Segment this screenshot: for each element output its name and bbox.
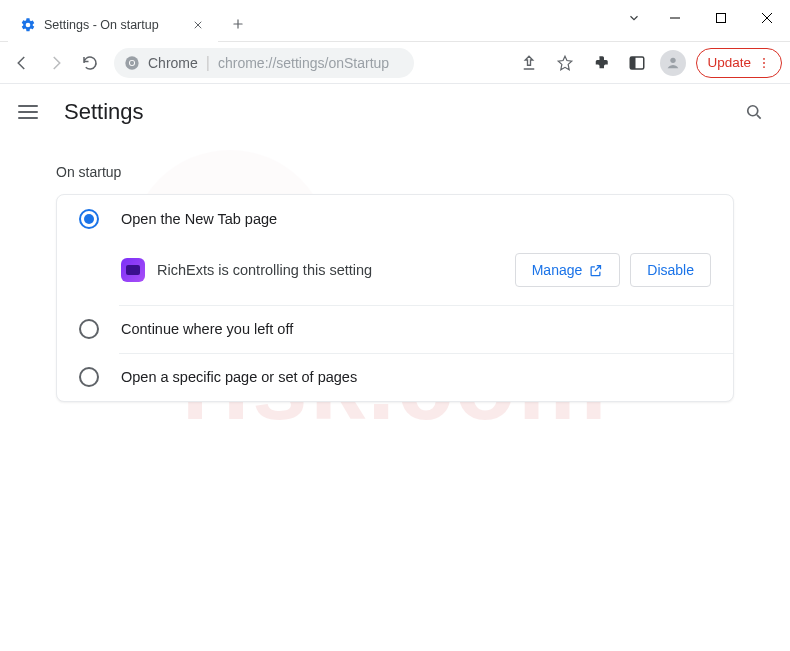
svg-point-8 xyxy=(763,62,765,64)
svg-rect-0 xyxy=(717,14,726,23)
update-label: Update xyxy=(707,55,751,70)
option-continue[interactable]: Continue where you left off xyxy=(57,305,733,353)
bookmark-star-icon[interactable] xyxy=(550,48,580,78)
address-bar[interactable]: Chrome | chrome://settings/onStartup xyxy=(114,48,414,78)
radio-icon[interactable] xyxy=(79,367,99,387)
extensions-icon[interactable] xyxy=(586,48,616,78)
disable-button[interactable]: Disable xyxy=(630,253,711,287)
forward-button[interactable] xyxy=(42,49,70,77)
profile-avatar[interactable] xyxy=(658,48,688,78)
option-new-tab[interactable]: Open the New Tab page xyxy=(57,195,733,243)
section-heading: On startup xyxy=(56,164,734,180)
share-icon[interactable] xyxy=(514,48,544,78)
svg-point-10 xyxy=(748,106,758,116)
browser-tab[interactable]: Settings - On startup xyxy=(8,8,218,42)
more-menu-icon xyxy=(757,56,771,70)
svg-point-9 xyxy=(763,66,765,68)
new-tab-button[interactable] xyxy=(224,10,252,38)
tab-title: Settings - On startup xyxy=(44,18,182,32)
option-specific-pages[interactable]: Open a specific page or set of pages xyxy=(57,353,733,401)
extension-app-icon xyxy=(121,258,145,282)
close-tab-icon[interactable] xyxy=(190,17,206,33)
reload-button[interactable] xyxy=(76,49,104,77)
gear-icon xyxy=(20,17,36,33)
external-link-icon xyxy=(588,263,603,278)
startup-card: Open the New Tab page RichExts is contro… xyxy=(56,194,734,402)
url-chip: Chrome xyxy=(148,55,198,71)
disable-label: Disable xyxy=(647,262,694,278)
browser-toolbar: Chrome | chrome://settings/onStartup Upd… xyxy=(0,42,790,84)
settings-content: On startup Open the New Tab page RichExt… xyxy=(0,140,790,426)
url-text: chrome://settings/onStartup xyxy=(218,55,389,71)
radio-selected-icon[interactable] xyxy=(79,209,99,229)
window-maximize-button[interactable] xyxy=(698,0,744,36)
radio-icon[interactable] xyxy=(79,319,99,339)
option-label: Open the New Tab page xyxy=(121,211,277,227)
chrome-icon xyxy=(124,55,140,71)
manage-label: Manage xyxy=(532,262,583,278)
tab-search-icon[interactable] xyxy=(616,0,652,36)
window-titlebar: Settings - On startup xyxy=(0,0,790,42)
sidepanel-icon[interactable] xyxy=(622,48,652,78)
page-title: Settings xyxy=(64,99,144,125)
svg-point-3 xyxy=(130,60,134,64)
back-button[interactable] xyxy=(8,49,36,77)
update-button[interactable]: Update xyxy=(696,48,782,78)
search-icon[interactable] xyxy=(736,94,772,130)
settings-app-header: Settings xyxy=(0,84,790,140)
svg-point-6 xyxy=(671,57,676,62)
notice-text: RichExts is controlling this setting xyxy=(157,262,503,278)
extension-notice: RichExts is controlling this setting Man… xyxy=(57,243,733,305)
option-label: Continue where you left off xyxy=(121,321,293,337)
svg-rect-5 xyxy=(631,57,636,69)
window-close-button[interactable] xyxy=(744,0,790,36)
option-label: Open a specific page or set of pages xyxy=(121,369,357,385)
menu-icon[interactable] xyxy=(18,100,42,124)
svg-point-7 xyxy=(763,57,765,59)
manage-button[interactable]: Manage xyxy=(515,253,621,287)
window-minimize-button[interactable] xyxy=(652,0,698,36)
